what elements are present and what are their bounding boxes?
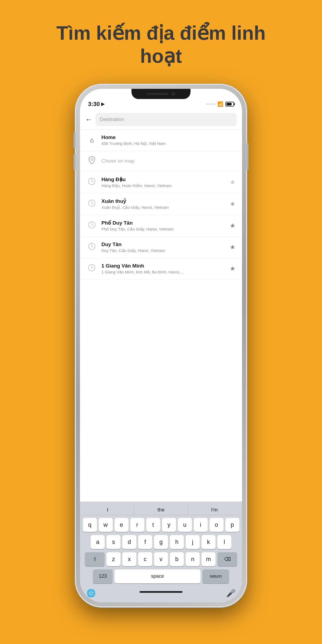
key-c[interactable]: c [138,552,152,566]
star-icon-2[interactable]: ★ [230,222,236,229]
history-subtitle-3: Duy Tân, Cầu Giấy, Hanoi, Vietnam [101,248,230,253]
power-button [246,143,248,170]
search-bar: ← Destination [80,110,242,130]
keyboard-row-4: 123 space return [81,569,241,583]
star-icon-0[interactable]: ★ [230,178,236,186]
history-title-0: Hàng Đậu [101,176,230,182]
history-item-2[interactable]: Phố Duy Tân Phố Duy Tân, Cầu Giấy, Hanoi… [80,215,242,237]
time-display: 3:30 [88,101,100,108]
key-y[interactable]: y [162,518,176,532]
key-s[interactable]: s [107,535,120,549]
status-icons: 📶 [206,101,234,107]
history-item-1[interactable]: Xuân thuỷ Xuân thuỷ, Cầu Giấy, Hanoi, Vi… [80,193,242,215]
location-arrow-icon: ▶ [101,101,104,107]
backspace-key[interactable]: ⌫ [217,552,237,566]
suggestion-3[interactable]: I'm [188,505,241,515]
space-key[interactable]: space [115,569,200,583]
history-text-1: Xuân thuỷ Xuân thuỷ, Cầu Giấy, Hanoi, Vi… [101,198,230,210]
volume-down-button [74,154,76,170]
keyboard: I the I'm qwertyuiop asdfghjkl ⇧ zxcvbnm… [80,502,242,602]
shift-key[interactable]: ⇧ [85,552,105,566]
choose-map-text: Chose on map [101,158,135,164]
history-icon-3 [86,243,97,252]
key-r[interactable]: r [130,518,144,532]
wifi-icon: 📶 [217,101,223,107]
history-title-4: 1 Giang Văn Minh [101,263,230,269]
history-icon-4 [86,264,97,273]
page-title: Tìm kiếm địa điểm linh hoạt [40,21,282,68]
key-w[interactable]: w [99,518,113,532]
keyboard-suggestions: I the I'm [81,505,241,515]
key-f[interactable]: f [138,535,152,549]
key-n[interactable]: n [186,552,200,566]
key-l[interactable]: l [217,535,231,549]
key-i[interactable]: i [194,518,208,532]
home-icon: ⌂ [86,136,97,144]
key-m[interactable]: m [202,552,215,566]
home-list-item[interactable]: ⌂ Home 456 Trương Định, Hà Nội, Việt Nam [80,130,242,151]
keyboard-row-2: asdfghjkl [81,535,241,549]
home-indicator [140,591,182,593]
title-text-2: hoạt [140,45,182,67]
title-text-1: Tìm kiếm địa điểm linh [56,22,266,44]
choose-on-map-item[interactable]: Chose on map [80,151,242,171]
history-text-0: Hàng Đậu Hàng Đậu, Hoàn Kiếm, Hanoi, Vie… [101,176,230,188]
key-k[interactable]: k [202,535,215,549]
history-text-4: 1 Giang Văn Minh 1 Giang Văn Minh, Kim M… [101,263,230,274]
history-subtitle-2: Phố Duy Tân, Cầu Giấy, Hanoi, Vietnam [101,227,230,232]
history-item-3[interactable]: Duy Tân Duy Tân, Cầu Giấy, Hanoi, Vietna… [80,237,242,258]
return-key[interactable]: return [202,569,229,583]
history-icon-2 [86,221,97,230]
search-input[interactable]: Destination [96,113,237,126]
keyboard-row-1: qwertyuiop [81,518,241,532]
key-h[interactable]: h [170,535,184,549]
key-v[interactable]: v [154,552,168,566]
volume-up-button [74,132,76,148]
status-time: 3:30 ▶ [88,101,104,108]
history-subtitle-0: Hàng Đậu, Hoàn Kiếm, Hanoi, Vietnam [101,183,230,188]
map-pin-icon [86,156,97,166]
key-d[interactable]: d [122,535,136,549]
suggestion-2[interactable]: the [134,505,188,515]
svg-point-0 [91,158,93,160]
history-text-3: Duy Tân Duy Tân, Cầu Giấy, Hanoi, Vietna… [101,241,230,253]
history-title-1: Xuân thuỷ [101,198,230,204]
key-t[interactable]: t [146,518,160,532]
history-title-2: Phố Duy Tân [101,220,230,226]
history-icon-0 [86,178,97,187]
key-o[interactable]: o [210,518,224,532]
camera [171,92,175,96]
phone-frame: 3:30 ▶ 📶 [75,84,247,607]
signal-icon [206,103,215,105]
history-item-0[interactable]: Hàng Đậu Hàng Đậu, Hoàn Kiếm, Hanoi, Vie… [80,171,242,193]
star-icon-3[interactable]: ★ [230,243,236,251]
key-e[interactable]: e [115,518,129,532]
numbers-key[interactable]: 123 [93,569,113,583]
star-icon-4[interactable]: ★ [230,265,236,272]
battery-icon [225,102,234,107]
suggestion-1[interactable]: I [81,505,134,515]
key-z[interactable]: z [107,552,120,566]
back-button[interactable]: ← [85,115,92,124]
key-u[interactable]: u [178,518,192,532]
key-j[interactable]: j [186,535,200,549]
phone-screen: 3:30 ▶ 📶 [80,89,242,602]
key-a[interactable]: a [91,535,105,549]
history-title-3: Duy Tân [101,241,230,247]
key-p[interactable]: p [225,518,239,532]
microphone-icon[interactable]: 🎤 [226,589,236,598]
key-x[interactable]: x [122,552,136,566]
search-placeholder: Destination [100,117,124,122]
star-icon-1[interactable]: ★ [230,200,236,208]
globe-icon[interactable]: 🌐 [86,589,96,598]
history-item-4[interactable]: 1 Giang Văn Minh 1 Giang Văn Minh, Kim M… [80,258,242,279]
history-text-2: Phố Duy Tân Phố Duy Tân, Cầu Giấy, Hanoi… [101,220,230,232]
key-q[interactable]: q [83,518,97,532]
key-g[interactable]: g [154,535,168,549]
history-subtitle-4: 1 Giang Văn Minh, Kim Mã, Ba Đình, Hanoi… [101,270,230,274]
keyboard-row-3: ⇧ zxcvbnm⌫ [81,552,241,566]
key-b[interactable]: b [170,552,184,566]
phone-mockup: 3:30 ▶ 📶 [75,84,247,607]
back-arrow-icon: ← [85,115,92,123]
speaker [147,93,168,95]
